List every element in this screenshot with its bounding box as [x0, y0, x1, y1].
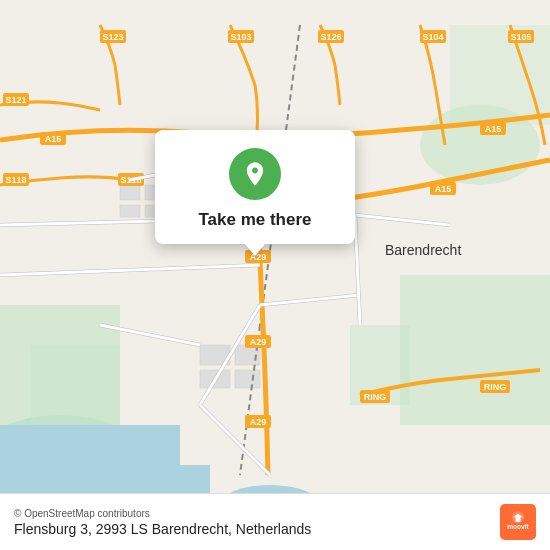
svg-line-64: [260, 295, 360, 305]
svg-text:A15: A15: [435, 184, 452, 194]
svg-rect-5: [30, 345, 120, 425]
svg-text:A15: A15: [45, 134, 62, 144]
osm-attribution: © OpenStreetMap contributors: [14, 508, 311, 519]
bottom-bar: © OpenStreetMap contributors Flensburg 3…: [0, 493, 550, 550]
bottom-left-info: © OpenStreetMap contributors Flensburg 3…: [14, 508, 311, 537]
svg-text:S126: S126: [320, 32, 341, 42]
svg-text:S123: S123: [102, 32, 123, 42]
svg-rect-9: [450, 25, 550, 125]
map-svg: A15 A15 A15 A29 A29 A29 RING RING S103 S…: [0, 0, 550, 550]
svg-rect-12: [120, 205, 140, 217]
take-me-there-button[interactable]: Take me there: [198, 210, 311, 230]
svg-line-62: [0, 265, 260, 275]
svg-text:A29: A29: [250, 337, 267, 347]
svg-text:moovit: moovit: [507, 523, 529, 530]
svg-line-72: [355, 215, 450, 225]
svg-text:S121: S121: [5, 95, 26, 105]
svg-text:A29: A29: [250, 417, 267, 427]
location-pin-icon: [241, 160, 269, 188]
popup-card: Take me there: [155, 130, 355, 244]
address-text: Flensburg 3, 2993 LS Barendrecht, Nether…: [14, 521, 311, 537]
svg-rect-6: [400, 275, 550, 425]
map-container: A15 A15 A15 A29 A29 A29 RING RING S103 S…: [0, 0, 550, 550]
moovit-logo: moovit: [500, 504, 536, 540]
svg-rect-10: [120, 185, 140, 200]
svg-text:S118: S118: [5, 175, 26, 185]
svg-rect-17: [235, 370, 260, 388]
svg-text:S104: S104: [422, 32, 443, 42]
svg-text:S103: S103: [230, 32, 251, 42]
svg-text:A15: A15: [485, 124, 502, 134]
moovit-icon: moovit: [500, 504, 536, 540]
svg-text:S105: S105: [510, 32, 531, 42]
svg-text:RING: RING: [484, 382, 507, 392]
location-icon-wrapper: [229, 148, 281, 200]
svg-text:Barendrecht: Barendrecht: [385, 242, 461, 258]
svg-text:RING: RING: [364, 392, 387, 402]
